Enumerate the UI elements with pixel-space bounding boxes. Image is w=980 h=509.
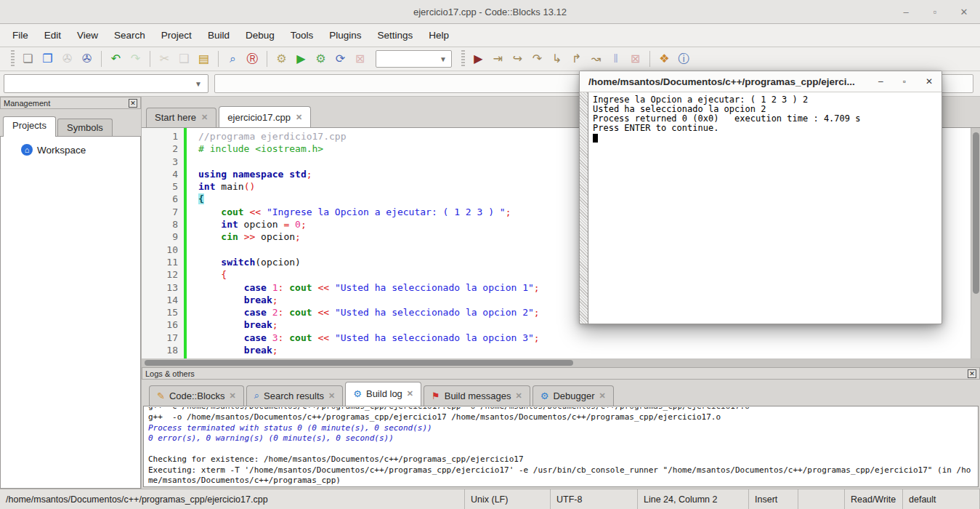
debug-toolbar-drag-handle[interactable] bbox=[461, 50, 465, 68]
tab-close-icon[interactable]: ✕ bbox=[296, 113, 302, 122]
menu-plugins[interactable]: Plugins bbox=[321, 24, 369, 47]
step-out-icon: ↱ bbox=[572, 53, 581, 65]
menu-search[interactable]: Search bbox=[106, 24, 153, 47]
maximize-button[interactable]: ▫ bbox=[929, 7, 941, 17]
redo-button[interactable]: ↷ bbox=[126, 49, 145, 68]
build-button[interactable]: ⚙ bbox=[272, 49, 291, 68]
terminal-window[interactable]: /home/msantos/Documentos/c++/programas_c… bbox=[579, 71, 942, 324]
menu-debug[interactable]: Debug bbox=[238, 24, 283, 47]
editor-vertical-scrollbar[interactable] bbox=[971, 128, 980, 358]
status-line-endings: Unix (LF) bbox=[465, 489, 551, 509]
stop-debugger-button[interactable]: ⊠ bbox=[625, 49, 645, 68]
open-file-button[interactable]: ❐ bbox=[38, 49, 57, 68]
step-out-button[interactable]: ↱ bbox=[567, 49, 586, 68]
editor-horizontal-scrollbar[interactable] bbox=[142, 358, 980, 367]
save-button[interactable]: ✇ bbox=[57, 49, 77, 68]
various-info-button[interactable]: ⓘ bbox=[674, 49, 694, 68]
hscroll-thumb[interactable] bbox=[145, 360, 573, 366]
terminal-minimize-button[interactable]: – bbox=[878, 76, 883, 87]
menu-tools[interactable]: Tools bbox=[283, 24, 322, 47]
info-icon: ⓘ bbox=[679, 53, 690, 65]
build-run-icon: ⚙ bbox=[315, 53, 325, 65]
run-button[interactable]: ▶ bbox=[291, 49, 311, 68]
line-number: 13 bbox=[142, 281, 178, 294]
abort-build-button[interactable]: ⊠ bbox=[350, 49, 370, 68]
replace-icon: Ⓡ bbox=[247, 53, 259, 65]
vscroll-thumb[interactable] bbox=[973, 132, 979, 294]
tab-close-icon[interactable]: ✕ bbox=[516, 391, 522, 401]
log-tab-code-blocks[interactable]: ✎Code::Blocks✕ bbox=[149, 385, 244, 406]
menu-file[interactable]: File bbox=[4, 24, 36, 47]
find-button[interactable]: ⌕ bbox=[223, 49, 243, 68]
debugging-windows-button[interactable]: ❖ bbox=[655, 49, 674, 68]
terminal-close-button[interactable]: ✕ bbox=[926, 76, 933, 87]
tab-close-icon[interactable]: ✕ bbox=[407, 389, 413, 398]
menu-help[interactable]: Help bbox=[421, 24, 457, 47]
paste-button[interactable]: ▤ bbox=[194, 49, 214, 68]
minimize-button[interactable]: – bbox=[900, 7, 912, 17]
terminal-maximize-button[interactable]: ▫ bbox=[903, 76, 906, 87]
line-number: 3 bbox=[142, 156, 178, 168]
management-caption: Management ✕ bbox=[0, 97, 141, 109]
build-and-run-button[interactable]: ⚙ bbox=[311, 49, 331, 68]
tree-item-workspace[interactable]: ⌂Workspace bbox=[21, 144, 140, 156]
break-debugger-button[interactable]: ‖ bbox=[606, 49, 625, 68]
next-line-icon: ↪ bbox=[513, 53, 522, 65]
log-line bbox=[148, 444, 973, 455]
code-line: break; bbox=[198, 344, 971, 356]
tab-symbols[interactable]: Symbols bbox=[57, 119, 113, 137]
replace-button[interactable]: Ⓡ bbox=[243, 49, 262, 68]
tab-close-icon[interactable]: ✕ bbox=[230, 391, 236, 401]
build-target-combo[interactable]: ▼ bbox=[376, 50, 452, 68]
log-line: Process terminated with status 0 (0 minu… bbox=[148, 423, 973, 434]
rebuild-button[interactable]: ⟳ bbox=[331, 49, 350, 68]
terminal-scrollbar[interactable] bbox=[580, 92, 588, 324]
menu-edit[interactable]: Edit bbox=[36, 24, 69, 47]
cut-button[interactable]: ✂ bbox=[155, 49, 174, 68]
debug-continue-button[interactable]: ▶ bbox=[469, 49, 488, 68]
tab-projects[interactable]: Projects bbox=[3, 116, 56, 137]
new-file-button[interactable]: ❏ bbox=[18, 49, 38, 68]
menu-project[interactable]: Project bbox=[153, 24, 200, 47]
menu-view[interactable]: View bbox=[69, 24, 106, 47]
next-instruction-button[interactable]: ↝ bbox=[586, 49, 606, 68]
close-button[interactable]: ✕ bbox=[958, 7, 970, 17]
undo-button[interactable]: ↶ bbox=[106, 49, 126, 68]
build-log-output[interactable]: g++ -c /home/msantos/Documentos/c++/prog… bbox=[143, 406, 979, 487]
step-into-button[interactable]: ↳ bbox=[547, 49, 567, 68]
next-line-button[interactable]: ↪ bbox=[508, 49, 527, 68]
logs-close-icon[interactable]: ✕ bbox=[968, 369, 976, 378]
log-tab-debugger[interactable]: ⚙Debugger✕ bbox=[532, 385, 614, 406]
menu-settings[interactable]: Settings bbox=[370, 24, 421, 47]
search-results-icon: ⌕ bbox=[254, 390, 259, 401]
log-tab-build-messages[interactable]: ⚑Build messages✕ bbox=[424, 385, 530, 406]
editor-tab-start-here[interactable]: Start here✕ bbox=[146, 108, 216, 127]
log-tab-search-results[interactable]: ⌕Search results✕ bbox=[246, 385, 344, 406]
tab-close-icon[interactable]: ✕ bbox=[201, 113, 208, 122]
line-number: 8 bbox=[142, 218, 178, 231]
window-title: ejercicio17.cpp - Code::Blocks 13.12 bbox=[0, 7, 980, 17]
tab-close-icon[interactable]: ✕ bbox=[328, 391, 335, 401]
log-line: Executing: xterm -T '/home/msantos/Docum… bbox=[148, 465, 973, 486]
window-controls: –▫✕ bbox=[900, 0, 970, 23]
menu-build[interactable]: Build bbox=[200, 24, 238, 47]
tab-close-icon[interactable]: ✕ bbox=[599, 391, 605, 401]
editor-tab-ejercicio17-cpp[interactable]: ejercicio17.cpp✕ bbox=[219, 106, 311, 127]
copy-button[interactable]: ❑ bbox=[174, 49, 194, 68]
run-to-cursor-button[interactable]: ⇥ bbox=[488, 49, 508, 68]
debug-windows-icon: ❖ bbox=[659, 53, 669, 65]
log-tab-label: Build log bbox=[366, 388, 402, 399]
management-close-icon[interactable]: ✕ bbox=[129, 99, 137, 108]
step-over-button[interactable]: ↷ bbox=[527, 49, 547, 68]
compiler-combo[interactable]: ▼ bbox=[4, 74, 208, 93]
terminal-output[interactable]: Ingrese la Opcion a ejecutar: ( 1 2 3 ) … bbox=[588, 92, 941, 324]
terminal-title-bar[interactable]: /home/msantos/Documentos/c++/programas_c… bbox=[580, 71, 941, 92]
line-number: 7 bbox=[142, 206, 178, 218]
undo-icon: ↶ bbox=[111, 53, 121, 65]
tree-item-label: Workspace bbox=[37, 145, 86, 156]
save-all-button[interactable]: ✇ bbox=[77, 49, 97, 68]
toolbar-drag-handle[interactable] bbox=[11, 50, 15, 68]
terminal-title: /home/msantos/Documentos/c++/programas_c… bbox=[588, 76, 871, 87]
log-line-clipped: g++ -c /home/msantos/Documentos/c++/prog… bbox=[148, 407, 973, 412]
log-tab-build-log[interactable]: ⚙Build log✕ bbox=[345, 382, 421, 406]
